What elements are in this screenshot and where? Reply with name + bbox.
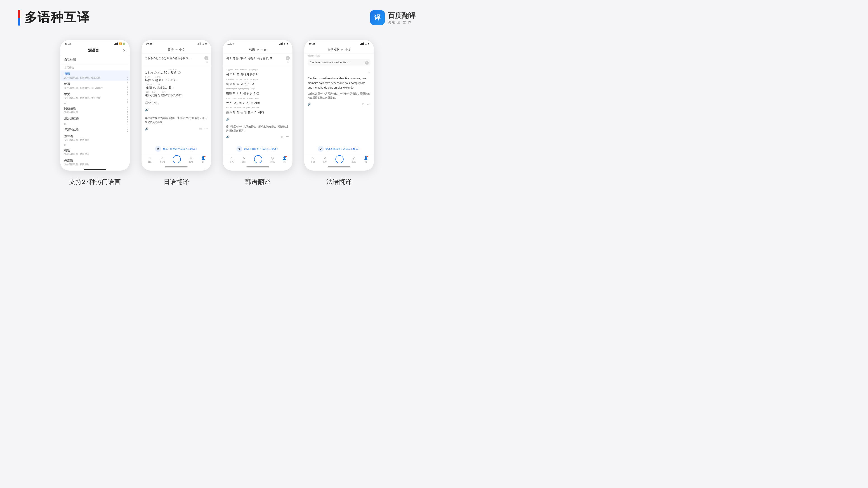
jp-line-5: ひつよう必要 です。 (145, 99, 208, 105)
jp-char: きおく記憶 (151, 91, 157, 98)
jp-char: とおい遠い (145, 91, 151, 98)
fr-input-area[interactable]: Ces lieux constituent une identité c... … (308, 59, 370, 66)
ko-star-btn[interactable]: ☆ (287, 59, 290, 64)
ko-human-trans[interactable]: ↺ 翻译不够精准？试试人工翻译！ (223, 144, 292, 154)
jp-speaker[interactable]: 🔊 (145, 107, 208, 112)
ko-copy-icon[interactable]: ⧉ (281, 133, 283, 140)
ko-to-lang[interactable]: 中文 (260, 48, 267, 52)
ko-line-4t: 있 으 며 , 멀 어 지 는 기억 (226, 100, 289, 106)
jp-nav-me[interactable]: 👤我 (201, 156, 205, 163)
ko-human-icon: ↺ (237, 146, 242, 152)
fr-result-cn: 这些地方是一个共同的特征，一个集体的记忆，是理解越来越遥远的记忆所必需的。 (308, 92, 370, 100)
ko-nav-word[interactable]: A悦词 (242, 156, 246, 163)
home-indicator-3 (246, 166, 269, 167)
ko-nav-center[interactable] (254, 156, 262, 163)
battery-icon-4: ■ (368, 42, 369, 45)
jp-result-speaker[interactable]: 🔊 (145, 126, 149, 131)
ko-nav-discover[interactable]: ◎发现 (270, 156, 275, 163)
fr-human-trans[interactable]: ↺ 翻译不够精准？试试人工翻译！ (304, 144, 374, 154)
header-accent (18, 10, 20, 26)
jp-phone-content: 日语 ⇌ 中文 これらのところは共通の特性を構成... ✕ ☆ これらの (142, 46, 211, 169)
letter-index: ABCDEFGHIJKLMNOPQRSTUVW (127, 76, 128, 133)
signal-icon-4 (360, 42, 364, 45)
fr-arrow: ⇌ (341, 48, 343, 51)
fr-result-text: Ces lieux constituent une identité commu… (308, 76, 370, 90)
jp-star-btn[interactable]: ☆ (205, 59, 209, 64)
jp-char: ところは (157, 70, 169, 75)
jp-char: きおく記憶 (157, 84, 162, 90)
ko-from-lang[interactable]: 韩语 (249, 48, 255, 52)
jp-char: するために (167, 92, 182, 98)
fr-human-link: 翻译不够精准？试试人工翻译！ (326, 147, 360, 151)
lang-item-danish[interactable]: 丹麦语 支持语音识别、拍照识别 (60, 157, 130, 167)
lang-item-german[interactable]: 德语 支持语音识别、拍照识别 (60, 147, 130, 157)
fr-clear-btn[interactable]: ✕ (365, 61, 369, 65)
fr-nav-word[interactable]: A悦词 (323, 156, 328, 163)
jp-char: は、日々 (163, 85, 175, 90)
jp-char: です。 (152, 100, 160, 105)
fr-nav-home[interactable]: ⌂首页 (311, 156, 315, 163)
lang-item-chinese[interactable]: 中文 支持语音识别、拍照识别、拼音注释 (60, 91, 130, 101)
lang-item-arabic[interactable]: 阿拉伯语 支持语音识别 (60, 105, 130, 115)
home-indicator-4 (328, 166, 350, 167)
jp-from-lang[interactable]: 日语 (168, 48, 174, 52)
jp-copy-icon[interactable]: ⧉ (199, 126, 202, 132)
time-3: 10:28 (227, 42, 234, 45)
jp-nav-discover[interactable]: ◎发现 (189, 156, 193, 163)
letter-divider-d: D (60, 143, 130, 147)
ko-result-speaker[interactable]: 🔊 (226, 134, 230, 140)
ko-speaker[interactable]: 🔊 (226, 116, 289, 122)
letter-divider-b: B (60, 122, 130, 126)
lang-header: 源语言 ✕ (60, 46, 130, 55)
fr-nav-center[interactable] (336, 156, 344, 163)
ko-line-5t: 을 이해 하 는 데 필수 적 이다 (226, 109, 289, 116)
ko-line-5: eul iha ha neun de pilsu jeok ida (226, 106, 289, 109)
close-icon[interactable]: ✕ (123, 48, 126, 53)
fr-star[interactable]: ☆ (367, 69, 370, 75)
wifi-icon-4: ▲ (365, 42, 367, 45)
ko-text-block: i jiyeok eun hanauui gongtongui 이 지역 은 하… (223, 66, 292, 144)
fr-from-lang[interactable]: 自动检测 (328, 48, 339, 52)
jp-trans-header: 日语 ⇌ 中文 (142, 46, 211, 54)
lang-header-title: 源语言 (88, 48, 99, 53)
lang-item-bulgarian[interactable]: 保加利亚语 (60, 126, 130, 133)
home-indicator-1 (84, 169, 106, 170)
lang-item-albanian[interactable]: 爱沙尼亚语 (60, 115, 130, 122)
status-bar-3: 10:28 ▲ ■ (223, 40, 292, 46)
ko-result-actions: 🔊 ⧉ ••• (226, 133, 289, 140)
time-1: 10:29 (65, 42, 71, 45)
fr-phone-content: 自动检测 ⇌ 中文 检测到: 法语 Ces lieux constituent … (304, 46, 374, 169)
status-icons-1: 📶 🔋 (114, 42, 125, 45)
lang-item-polish[interactable]: 波兰语 支持语音识别、拍照识别 (60, 133, 130, 143)
status-icons-4: ▲ ■ (360, 42, 369, 45)
fr-copy-icon[interactable]: ⧉ (362, 102, 364, 107)
battery-icon: 🔋 (123, 42, 125, 45)
fr-to-lang[interactable]: 中文 (345, 48, 351, 52)
phone-section-korean: 10:28 ▲ ■ 韩语 ⇌ 中文 이 지역 은 하나의 공통 (223, 40, 293, 186)
jp-nav-home[interactable]: ⌂首页 (148, 156, 152, 163)
ko-input-area[interactable]: 이 지역 은 하나의 공통의 특성을 갖 고... ✕ ☆ (223, 54, 292, 66)
ko-nav-home[interactable]: ⌂首页 (229, 156, 234, 163)
ko-line-1: i jiyeok eun hanauui gongtongui (226, 68, 289, 72)
jp-nav-center[interactable] (173, 156, 181, 163)
phone-section-japanese: 10:28 ▲ ■ 日语 ⇌ 中文 これ (141, 40, 211, 186)
jp-line-2: とくせい特性 を こうせい構成 しています。 (145, 76, 208, 83)
lang-item-japanese[interactable]: 日语 支持语音识别、拍照识别、假名注册 (60, 70, 130, 80)
fr-nav-discover[interactable]: ◎发现 (351, 156, 356, 163)
ko-more-icon[interactable]: ••• (286, 133, 289, 140)
jp-more-icon[interactable]: ••• (204, 126, 208, 132)
signal-icon (114, 42, 118, 45)
jp-cn-translation: 这些地方构成了共同的特性。集体记忆对于理解每天遥远的记忆是必要的。 (145, 116, 208, 125)
ko-line-2t: 특성 을 갖 고 있 으 며 (226, 81, 289, 87)
fr-more-icon[interactable]: ••• (367, 102, 370, 107)
jp-nav-word[interactable]: A悦词 (160, 156, 165, 163)
jp-input-area[interactable]: これらのところは共通の特性を構成... ✕ ☆ (142, 54, 211, 66)
jp-to-lang[interactable]: 中文 (179, 48, 185, 52)
fr-speaker[interactable]: 🔊 (308, 102, 311, 107)
ko-nav-me[interactable]: 👤我 (283, 156, 286, 163)
lang-item-korean[interactable]: 韩语 支持语音识别、拍照识别、罗马音注释 (60, 80, 130, 91)
auto-detect-row[interactable]: 自动检测 (60, 55, 130, 64)
time-4: 10:28 (309, 42, 315, 45)
fr-nav-me[interactable]: 👤我 (364, 156, 368, 163)
jp-human-trans[interactable]: ↺ 翻译不够精准？试试人工翻译！ (142, 144, 211, 154)
